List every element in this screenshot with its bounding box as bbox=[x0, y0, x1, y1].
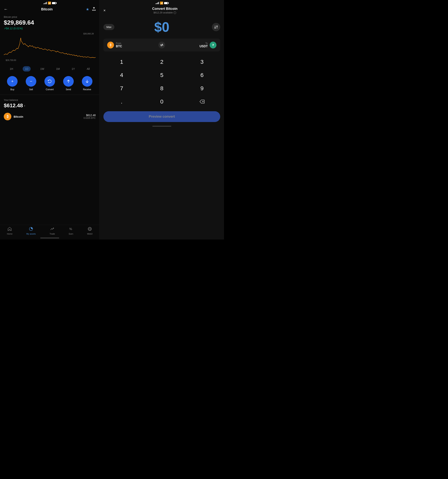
to-info: To USDT bbox=[199, 42, 208, 48]
key-0[interactable]: 0 bbox=[142, 95, 182, 108]
back-button[interactable]: ← bbox=[4, 7, 8, 12]
receive-button[interactable]: Receive bbox=[82, 76, 92, 91]
convert-available: $612.29 available i bbox=[110, 11, 220, 14]
convert-icon bbox=[45, 76, 55, 87]
nav-web3-label: Web3 bbox=[87, 233, 93, 235]
nav-earn[interactable]: % Earn bbox=[69, 227, 73, 235]
price-chart: $30,060.28 $29,730.00 bbox=[0, 31, 99, 65]
key-9[interactable]: 9 bbox=[182, 82, 222, 95]
key-decimal[interactable]: . bbox=[102, 95, 142, 108]
from-label: From bbox=[116, 42, 122, 45]
trade-icon bbox=[50, 227, 54, 232]
key-7[interactable]: 7 bbox=[102, 82, 142, 95]
key-3[interactable]: 3 bbox=[182, 55, 222, 68]
sell-button[interactable]: − Sell bbox=[26, 76, 36, 91]
send-label: Send bbox=[66, 88, 71, 91]
price-label: Bitcoin price bbox=[4, 15, 96, 18]
key-5[interactable]: 5 bbox=[142, 68, 182, 82]
nav-home[interactable]: Home bbox=[7, 227, 13, 235]
time-filter-1w[interactable]: 1W bbox=[38, 66, 46, 72]
key-4[interactable]: 4 bbox=[102, 68, 142, 82]
chart-high-label: $30,060.28 bbox=[83, 33, 94, 35]
time-filter-1y[interactable]: 1Y bbox=[69, 66, 77, 72]
action-buttons: + Buy − Sell Convert Send bbox=[0, 74, 99, 95]
receive-label: Receive bbox=[83, 88, 91, 91]
swap-pair-button[interactable] bbox=[158, 42, 165, 48]
status-bar-right: 📶 bbox=[100, 0, 224, 5]
home-icon bbox=[7, 227, 12, 232]
asset-name: Bitcoin bbox=[14, 115, 81, 118]
from-section[interactable]: ₿ From BTC bbox=[107, 42, 156, 48]
conversion-row: ₿ From BTC To USDT ₮ bbox=[104, 39, 220, 52]
nav-my-assets[interactable]: My assets bbox=[26, 227, 36, 235]
convert-title: Convert Bitcoin bbox=[110, 7, 220, 11]
info-icon[interactable]: i bbox=[174, 11, 176, 14]
chart-low-label: $29,730.00 bbox=[6, 59, 16, 61]
buy-icon: + bbox=[7, 76, 18, 87]
balance-section: Your balance $612.48 › bbox=[0, 95, 99, 110]
price-section: Bitcoin price $29,869.64 ↗$4.12 (0.01%) bbox=[0, 14, 99, 31]
nav-trade[interactable]: Trade bbox=[50, 227, 55, 235]
asset-usd-value: $612.48 bbox=[84, 114, 96, 117]
home-indicator-right bbox=[152, 126, 171, 126]
close-button[interactable]: × bbox=[104, 8, 110, 13]
sell-icon: − bbox=[26, 76, 36, 87]
key-1[interactable]: 1 bbox=[102, 55, 142, 68]
asset-btc-value: 0.0205 BTC bbox=[84, 117, 96, 119]
signal-icon-right bbox=[156, 2, 159, 4]
to-label: To bbox=[199, 42, 208, 45]
key-backspace[interactable] bbox=[182, 95, 222, 108]
time-filter-1h[interactable]: 1H bbox=[7, 66, 15, 72]
convert-header: × Convert Bitcoin $612.29 available i bbox=[100, 5, 224, 15]
amount-display: Max $0 bbox=[100, 15, 224, 39]
nav-home-label: Home bbox=[7, 233, 13, 235]
battery-icon-right bbox=[164, 2, 168, 4]
convert-title-area: Convert Bitcoin $612.29 available i bbox=[110, 7, 220, 14]
from-info: From BTC bbox=[116, 42, 122, 48]
max-button[interactable]: Max bbox=[104, 24, 114, 30]
home-indicator bbox=[40, 238, 59, 238]
time-filter-1m[interactable]: 1M bbox=[54, 66, 62, 72]
page-title: Bitcoin bbox=[41, 7, 53, 11]
sell-label: Sell bbox=[29, 88, 33, 91]
buy-label: Buy bbox=[10, 88, 14, 91]
to-value: USDT bbox=[199, 45, 208, 48]
nav-trade-label: Trade bbox=[50, 233, 55, 235]
nav-actions: ★ bbox=[86, 7, 96, 12]
earn-icon: % bbox=[69, 227, 73, 232]
time-filter-1d[interactable]: 1D bbox=[23, 66, 31, 72]
key-8[interactable]: 8 bbox=[142, 82, 182, 95]
convert-label: Convert bbox=[46, 88, 54, 91]
web3-icon bbox=[88, 227, 92, 232]
nav-web3[interactable]: Web3 bbox=[87, 227, 93, 235]
time-filters: 1H 1D 1W 1M 1Y All bbox=[0, 65, 99, 74]
balance-amount[interactable]: $612.48 › bbox=[4, 103, 96, 109]
battery-icon bbox=[52, 2, 56, 4]
to-section[interactable]: To USDT ₮ bbox=[168, 42, 216, 48]
receive-icon bbox=[82, 76, 92, 87]
numpad: 1 2 3 4 5 6 7 8 9 . 0 bbox=[100, 55, 224, 108]
swap-direction-button[interactable] bbox=[212, 23, 220, 31]
svg-text:%: % bbox=[69, 227, 72, 231]
wifi-icon: 📶 bbox=[48, 1, 51, 5]
favorite-icon[interactable]: ★ bbox=[86, 7, 89, 12]
bitcoin-icon: ₿ bbox=[4, 113, 11, 120]
key-2[interactable]: 2 bbox=[142, 55, 182, 68]
preview-convert-button[interactable]: Preview convert bbox=[104, 111, 220, 122]
send-icon bbox=[63, 76, 74, 87]
share-icon[interactable] bbox=[92, 7, 96, 12]
send-button[interactable]: Send bbox=[63, 76, 74, 91]
status-bar-left: 📶 bbox=[0, 0, 99, 5]
wifi-icon-right: 📶 bbox=[160, 1, 163, 5]
nav-earn-label: Earn bbox=[69, 233, 73, 235]
usdt-coin-icon: ₮ bbox=[210, 42, 216, 48]
bitcoin-price: $29,869.64 bbox=[4, 19, 96, 26]
asset-row[interactable]: ₿ Bitcoin $612.48 0.0205 BTC bbox=[0, 110, 99, 123]
time-filter-all[interactable]: All bbox=[84, 66, 92, 72]
from-value: BTC bbox=[116, 45, 122, 48]
nav-my-assets-label: My assets bbox=[26, 233, 36, 235]
left-panel: 📶 ← Bitcoin ★ Bitcoin price $29,869.64 ↗… bbox=[0, 0, 100, 240]
buy-button[interactable]: + Buy bbox=[7, 76, 18, 91]
key-6[interactable]: 6 bbox=[182, 68, 222, 82]
convert-button[interactable]: Convert bbox=[45, 76, 55, 91]
